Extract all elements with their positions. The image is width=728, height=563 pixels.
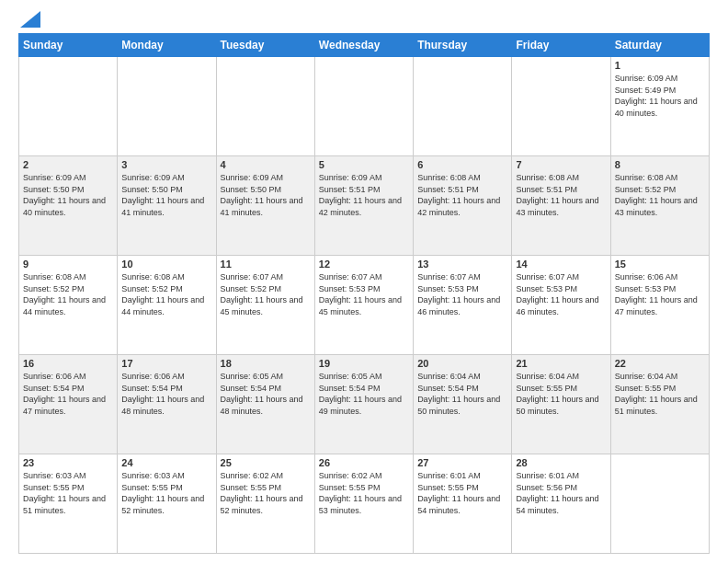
calendar-cell — [118, 57, 216, 156]
calendar-cell: 10Sunrise: 6:08 AM Sunset: 5:52 PM Dayli… — [118, 256, 216, 355]
calendar-cell: 3Sunrise: 6:09 AM Sunset: 5:50 PM Daylig… — [118, 156, 216, 256]
week-row-2: 2Sunrise: 6:09 AM Sunset: 5:50 PM Daylig… — [19, 156, 710, 256]
day-number: 17 — [121, 358, 211, 369]
logo — [18, 15, 40, 26]
calendar-cell: 15Sunrise: 6:06 AM Sunset: 5:53 PM Dayli… — [610, 256, 709, 355]
day-number: 28 — [516, 457, 606, 468]
calendar-cell: 7Sunrise: 6:08 AM Sunset: 5:51 PM Daylig… — [512, 156, 610, 256]
day-info: Sunrise: 6:09 AM Sunset: 5:50 PM Dayligh… — [221, 172, 311, 218]
weekday-header-saturday: Saturday — [610, 34, 709, 57]
day-number: 19 — [319, 358, 409, 369]
day-number: 10 — [121, 259, 211, 270]
day-info: Sunrise: 6:04 AM Sunset: 5:54 PM Dayligh… — [417, 371, 507, 417]
day-number: 5 — [319, 159, 409, 170]
day-number: 22 — [615, 358, 705, 369]
day-info: Sunrise: 6:09 AM Sunset: 5:50 PM Dayligh… — [23, 172, 113, 218]
day-number: 23 — [23, 457, 113, 468]
calendar-cell: 14Sunrise: 6:07 AM Sunset: 5:53 PM Dayli… — [512, 256, 610, 355]
day-info: Sunrise: 6:09 AM Sunset: 5:50 PM Dayligh… — [121, 172, 211, 218]
calendar-cell: 27Sunrise: 6:01 AM Sunset: 5:55 PM Dayli… — [414, 454, 512, 554]
calendar-cell — [216, 57, 314, 156]
page: SundayMondayTuesdayWednesdayThursdayFrid… — [0, 0, 728, 563]
weekday-header-friday: Friday — [512, 34, 610, 57]
logo-icon — [20, 11, 40, 28]
day-info: Sunrise: 6:01 AM Sunset: 5:55 PM Dayligh… — [417, 470, 507, 516]
calendar-cell: 13Sunrise: 6:07 AM Sunset: 5:53 PM Dayli… — [414, 256, 512, 355]
calendar-cell: 16Sunrise: 6:06 AM Sunset: 5:54 PM Dayli… — [19, 355, 118, 454]
calendar-cell: 22Sunrise: 6:04 AM Sunset: 5:55 PM Dayli… — [610, 355, 709, 454]
day-info: Sunrise: 6:09 AM Sunset: 5:51 PM Dayligh… — [319, 172, 409, 218]
day-number: 12 — [319, 259, 409, 270]
week-row-1: 1Sunrise: 6:09 AM Sunset: 5:49 PM Daylig… — [19, 57, 710, 156]
day-info: Sunrise: 6:09 AM Sunset: 5:49 PM Dayligh… — [615, 73, 705, 119]
calendar-cell: 11Sunrise: 6:07 AM Sunset: 5:52 PM Dayli… — [216, 256, 314, 355]
calendar-cell: 19Sunrise: 6:05 AM Sunset: 5:54 PM Dayli… — [314, 355, 413, 454]
day-number: 8 — [615, 159, 705, 170]
day-number: 7 — [516, 159, 606, 170]
calendar-cell: 6Sunrise: 6:08 AM Sunset: 5:51 PM Daylig… — [414, 156, 512, 256]
calendar-cell — [610, 454, 709, 554]
day-info: Sunrise: 6:08 AM Sunset: 5:52 PM Dayligh… — [615, 172, 705, 218]
calendar-cell — [414, 57, 512, 156]
header — [18, 15, 710, 26]
calendar-cell: 25Sunrise: 6:02 AM Sunset: 5:55 PM Dayli… — [216, 454, 314, 554]
day-info: Sunrise: 6:07 AM Sunset: 5:53 PM Dayligh… — [516, 271, 606, 317]
day-info: Sunrise: 6:02 AM Sunset: 5:55 PM Dayligh… — [221, 470, 311, 516]
calendar-cell: 5Sunrise: 6:09 AM Sunset: 5:51 PM Daylig… — [314, 156, 413, 256]
calendar-table: SundayMondayTuesdayWednesdayThursdayFrid… — [18, 33, 710, 554]
day-number: 9 — [23, 259, 113, 270]
day-number: 16 — [23, 358, 113, 369]
week-row-5: 23Sunrise: 6:03 AM Sunset: 5:55 PM Dayli… — [19, 454, 710, 554]
day-number: 20 — [417, 358, 507, 369]
weekday-header-monday: Monday — [118, 34, 216, 57]
calendar-cell: 24Sunrise: 6:03 AM Sunset: 5:55 PM Dayli… — [118, 454, 216, 554]
day-info: Sunrise: 6:03 AM Sunset: 5:55 PM Dayligh… — [121, 470, 211, 516]
day-info: Sunrise: 6:02 AM Sunset: 5:55 PM Dayligh… — [319, 470, 409, 516]
day-number: 3 — [121, 159, 211, 170]
day-info: Sunrise: 6:05 AM Sunset: 5:54 PM Dayligh… — [319, 371, 409, 417]
calendar-cell: 23Sunrise: 6:03 AM Sunset: 5:55 PM Dayli… — [19, 454, 118, 554]
day-number: 2 — [23, 159, 113, 170]
day-info: Sunrise: 6:06 AM Sunset: 5:54 PM Dayligh… — [121, 371, 211, 417]
calendar-cell: 21Sunrise: 6:04 AM Sunset: 5:55 PM Dayli… — [512, 355, 610, 454]
calendar-cell: 12Sunrise: 6:07 AM Sunset: 5:53 PM Dayli… — [314, 256, 413, 355]
calendar-cell: 18Sunrise: 6:05 AM Sunset: 5:54 PM Dayli… — [216, 355, 314, 454]
calendar-cell: 4Sunrise: 6:09 AM Sunset: 5:50 PM Daylig… — [216, 156, 314, 256]
day-number: 4 — [221, 159, 311, 170]
day-number: 24 — [121, 457, 211, 468]
weekday-header-row: SundayMondayTuesdayWednesdayThursdayFrid… — [19, 34, 710, 57]
calendar-cell — [19, 57, 118, 156]
day-number: 1 — [615, 60, 705, 71]
calendar-cell: 2Sunrise: 6:09 AM Sunset: 5:50 PM Daylig… — [19, 156, 118, 256]
day-info: Sunrise: 6:08 AM Sunset: 5:52 PM Dayligh… — [121, 271, 211, 317]
calendar-cell: 8Sunrise: 6:08 AM Sunset: 5:52 PM Daylig… — [610, 156, 709, 256]
svg-marker-0 — [20, 11, 40, 28]
calendar-cell: 17Sunrise: 6:06 AM Sunset: 5:54 PM Dayli… — [118, 355, 216, 454]
weekday-header-thursday: Thursday — [414, 34, 512, 57]
day-number: 26 — [319, 457, 409, 468]
day-number: 18 — [221, 358, 311, 369]
day-info: Sunrise: 6:07 AM Sunset: 5:53 PM Dayligh… — [319, 271, 409, 317]
day-number: 6 — [417, 159, 507, 170]
day-info: Sunrise: 6:03 AM Sunset: 5:55 PM Dayligh… — [23, 470, 113, 516]
calendar-cell: 1Sunrise: 6:09 AM Sunset: 5:49 PM Daylig… — [610, 57, 709, 156]
calendar-cell: 20Sunrise: 6:04 AM Sunset: 5:54 PM Dayli… — [414, 355, 512, 454]
week-row-3: 9Sunrise: 6:08 AM Sunset: 5:52 PM Daylig… — [19, 256, 710, 355]
calendar-cell: 9Sunrise: 6:08 AM Sunset: 5:52 PM Daylig… — [19, 256, 118, 355]
calendar-cell: 26Sunrise: 6:02 AM Sunset: 5:55 PM Dayli… — [314, 454, 413, 554]
weekday-header-sunday: Sunday — [19, 34, 118, 57]
day-info: Sunrise: 6:04 AM Sunset: 5:55 PM Dayligh… — [615, 371, 705, 417]
day-info: Sunrise: 6:01 AM Sunset: 5:56 PM Dayligh… — [516, 470, 606, 516]
day-info: Sunrise: 6:04 AM Sunset: 5:55 PM Dayligh… — [516, 371, 606, 417]
day-number: 15 — [615, 259, 705, 270]
day-info: Sunrise: 6:07 AM Sunset: 5:52 PM Dayligh… — [221, 271, 311, 317]
weekday-header-tuesday: Tuesday — [216, 34, 314, 57]
calendar-cell — [512, 57, 610, 156]
calendar-cell — [314, 57, 413, 156]
day-number: 21 — [516, 358, 606, 369]
day-number: 13 — [417, 259, 507, 270]
day-number: 14 — [516, 259, 606, 270]
day-info: Sunrise: 6:08 AM Sunset: 5:51 PM Dayligh… — [417, 172, 507, 218]
day-number: 27 — [417, 457, 507, 468]
calendar-cell: 28Sunrise: 6:01 AM Sunset: 5:56 PM Dayli… — [512, 454, 610, 554]
